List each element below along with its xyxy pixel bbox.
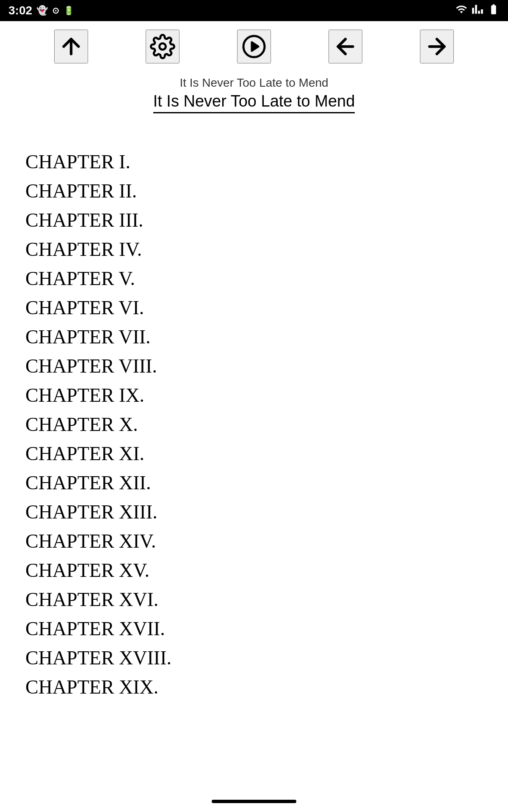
chapter-item[interactable]: CHAPTER III. — [25, 206, 483, 235]
battery-icon: 🔋 — [64, 5, 74, 16]
chapter-item[interactable]: CHAPTER XV. — [25, 556, 483, 585]
toolbar — [0, 21, 508, 72]
up-button[interactable] — [54, 30, 88, 63]
chapter-item[interactable]: CHAPTER VI. — [25, 293, 483, 322]
back-button[interactable] — [329, 30, 362, 63]
chapter-item[interactable]: CHAPTER XVII. — [25, 614, 483, 643]
status-left: 3:02 👻 ⊙ 🔋 — [8, 4, 74, 17]
title-area: It Is Never Too Late to Mend It Is Never… — [0, 72, 508, 122]
status-right — [456, 3, 500, 18]
ghost-icon: 👻 — [36, 5, 48, 16]
status-bar: 3:02 👻 ⊙ 🔋 — [0, 0, 508, 21]
chapter-item[interactable]: CHAPTER XVIII. — [25, 643, 483, 672]
bottom-indicator — [212, 800, 296, 803]
chapter-item[interactable]: CHAPTER V. — [25, 264, 483, 293]
chapter-item[interactable]: CHAPTER VII. — [25, 322, 483, 351]
circle-icon: ⊙ — [52, 5, 59, 16]
title-small: It Is Never Too Late to Mend — [8, 76, 500, 90]
chapter-item[interactable]: CHAPTER VIII. — [25, 351, 483, 381]
svg-point-1 — [160, 44, 166, 50]
title-large: It Is Never Too Late to Mend — [153, 92, 355, 113]
chapter-item[interactable]: CHAPTER XIV. — [25, 527, 483, 556]
svg-marker-3 — [252, 42, 258, 51]
chapter-item[interactable]: CHAPTER XII. — [25, 468, 483, 497]
chapter-item[interactable]: CHAPTER XI. — [25, 439, 483, 468]
chapter-item[interactable]: CHAPTER XIII. — [25, 497, 483, 527]
battery-status-icon — [488, 3, 500, 18]
chapter-item[interactable]: CHAPTER IX. — [25, 381, 483, 410]
time-display: 3:02 — [8, 4, 32, 17]
bottom-bar — [0, 791, 508, 812]
chapter-list: CHAPTER I.CHAPTER II.CHAPTER III.CHAPTER… — [0, 122, 508, 719]
forward-button[interactable] — [420, 30, 454, 63]
chapter-item[interactable]: CHAPTER I. — [25, 147, 483, 176]
chapter-item[interactable]: CHAPTER IV. — [25, 235, 483, 264]
wifi-icon — [456, 3, 467, 18]
chapter-item[interactable]: CHAPTER X. — [25, 410, 483, 439]
chapter-item[interactable]: CHAPTER II. — [25, 176, 483, 206]
chapter-item[interactable]: CHAPTER XVI. — [25, 585, 483, 614]
settings-button[interactable] — [146, 30, 179, 63]
play-button[interactable] — [237, 30, 271, 63]
chapter-item[interactable]: CHAPTER XIX. — [25, 672, 483, 702]
signal-icon — [472, 3, 483, 18]
